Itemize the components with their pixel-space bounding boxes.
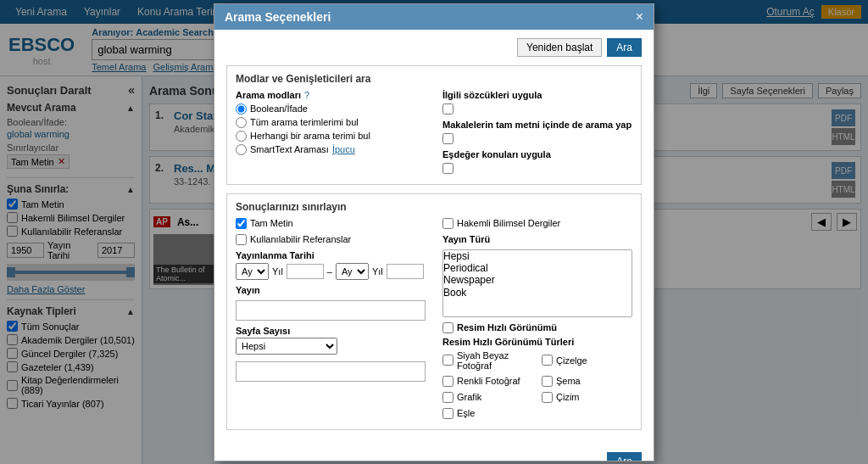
related-words-checkbox-row [442,103,632,115]
modal-footer: Ara [214,447,654,461]
modal-body: Yeniden başlat Ara Modlar ve Genişletici… [214,30,654,447]
sema-row: Şema [542,376,632,387]
year-label: Yıl [272,266,283,277]
radio-boolean-label: Boolean/İfade [250,103,308,114]
radio-smarttext: SmartText Araması İpucu [236,144,426,155]
cizelge-label: Çizelge [556,355,587,366]
cizelge-checkbox[interactable] [542,355,553,366]
modes-two-col: Arama modları ? Boolean/İfade Tüm arama … [236,90,632,177]
cizim-row: Çizim [542,392,632,403]
date-row: Ay Yıl – Ay Yıl [236,263,426,280]
radio-smarttext-input[interactable] [236,144,247,155]
sbf-label: Siyah Beyaz Fotoğraf [457,350,533,371]
scholarly-limit-checkbox[interactable] [442,218,453,229]
cizim-label: Çizim [556,392,580,402]
radio-all-terms-input[interactable] [236,117,247,128]
sema-checkbox[interactable] [542,376,553,387]
related-words-row: İlgili sözcükleri uygula [442,90,632,100]
pub-type-section: Yayın Türü Hepsi Periodical Newspaper Bo… [442,234,632,317]
refs-limit-row: Kullanılabilir Referanslar [236,234,426,245]
scholarly-limit-row: Hakemli Bilimsel Dergiler [442,218,632,229]
esle-row: Eşle [442,408,533,419]
search-modes-col: Arama modları ? Boolean/İfade Tüm arama … [236,90,426,177]
quick-view-section: Resim Hızlı Görünümü Resim Hızlı Görünüm… [442,322,632,422]
restart-button[interactable]: Yeniden başlat [517,38,602,57]
equivalent-topics-label: Eşdeğer konuları uygula [442,149,551,159]
modes-section: Modlar ve Genişleticileri ara Arama modl… [226,65,642,185]
grafik-checkbox[interactable] [442,392,453,403]
modes-section-title: Modlar ve Genişleticileri ara [236,73,632,85]
full-text-limit-label: Tam Metin [250,218,293,228]
modal-top-buttons: Yeniden başlat Ara [226,38,642,57]
search-button-top[interactable]: Ara [607,38,642,57]
cizim-checkbox[interactable] [542,392,553,403]
sbf-checkbox[interactable] [442,355,453,366]
modal-title: Arama Seçenekleri [225,10,331,24]
expanders-col: İlgili sözcükleri uygula Makalelerin tam… [442,90,632,177]
img-type-grid: Siyah Beyaz Fotoğraf Çizelge Renkli Foto… [442,350,632,422]
quick-view-label: Resim Hızlı Görünümü [457,322,557,333]
equivalent-topics-row: Eşdeğer konuları uygula [442,149,632,159]
month-from-select[interactable]: Ay [236,263,269,280]
radio-all-terms: Tüm arama terimlerimi bul [236,117,426,128]
limit-section: Sonuçlarınızı sınırlayın Tam Metin Kulla… [226,193,642,430]
limit-left-col: Tam Metin Kullanılabilir Referanslar Yay… [236,218,426,422]
radio-all-terms-label: Tüm arama terimlerimi bul [250,117,359,127]
search-modes-label: Arama modları [236,90,301,100]
month-to-select[interactable]: Ay [336,263,369,280]
issue-section: Sayfa Sayısı Hepsi [236,326,426,382]
radio-any-term-input[interactable] [236,131,247,142]
year-from-field[interactable] [287,264,324,279]
limit-grid: Tam Metin Kullanılabilir Referanslar Yay… [236,218,632,422]
full-text-search-row: Makalelerin tam metni içinde de arama ya… [442,120,632,130]
esle-label: Eşle [457,408,475,418]
radio-boolean-input[interactable] [236,103,247,115]
grafik-row: Grafik [442,392,533,403]
sema-label: Şema [556,376,581,386]
issue-select[interactable]: Hepsi [236,338,337,355]
quick-view-types-label: Resim Hızlı Görünümü Türleri [442,337,632,347]
full-text-search-checkbox-row [442,133,632,144]
radio-boolean: Boolean/İfade [236,103,426,115]
full-text-search-checkbox[interactable] [442,133,453,144]
issue-label: Sayfa Sayısı [236,326,426,336]
equivalent-topics-checkbox[interactable] [442,163,453,174]
cizelge-row: Çizelge [542,350,632,371]
pub-type-label: Yayın Türü [442,234,632,244]
full-text-search-label: Makalelerin tam metni içinde de arama ya… [442,120,632,130]
radio-smarttext-label: SmartText Araması [250,144,329,154]
sbf-row: Siyah Beyaz Fotoğraf [442,350,533,371]
refs-limit-checkbox[interactable] [236,234,247,245]
limit-right-col: Hakemli Bilimsel Dergiler Yayın Türü Hep… [442,218,632,422]
equivalent-topics-checkbox-row [442,163,632,174]
related-words-label: İlgili sözcükleri uygula [442,90,542,100]
pub-type-select[interactable]: Hepsi Periodical Newspaper Book [442,249,632,317]
scholarly-limit-label: Hakemli Bilimsel Dergiler [457,218,560,228]
help-link[interactable]: ? [304,90,309,100]
radio-any-term-label: Herhangi bir arama terimi bul [250,131,370,141]
full-text-limit-row: Tam Metin [236,218,426,229]
quick-view-row: Resim Hızlı Görünümü [442,322,632,333]
year-to-field[interactable] [387,264,424,279]
modal-header: Arama Seçenekleri × [214,4,654,30]
grafik-label: Grafik [457,392,481,402]
quick-view-checkbox[interactable] [442,322,453,333]
ara-footer-button[interactable]: Ara [607,452,642,461]
radio-any-term: Herhangi bir arama terimi bul [236,131,426,142]
publication-label: Yayın [236,285,426,295]
modal-close-button[interactable]: × [636,9,643,25]
renkli-label: Renkli Fotoğraf [457,376,520,386]
pub-date-section: Yayınlanma Tarihi Ay Yıl – Ay [236,250,426,280]
publication-section: Yayın [236,285,426,321]
limit-section-title: Sonuçlarınızı sınırlayın [236,201,632,213]
esle-checkbox[interactable] [442,408,453,419]
publication-input[interactable] [236,300,426,321]
full-text-limit-checkbox[interactable] [236,218,247,229]
modal-dialog: Arama Seçenekleri × Yeniden başlat Ara M… [214,3,654,461]
modal-overlay[interactable]: Arama Seçenekleri × Yeniden başlat Ara M… [0,0,868,464]
issue-input[interactable] [236,361,426,382]
related-words-checkbox[interactable] [442,103,453,115]
renkli-checkbox[interactable] [442,376,453,387]
ipucu-link[interactable]: İpucu [332,144,355,154]
date-dash: – [327,266,332,277]
